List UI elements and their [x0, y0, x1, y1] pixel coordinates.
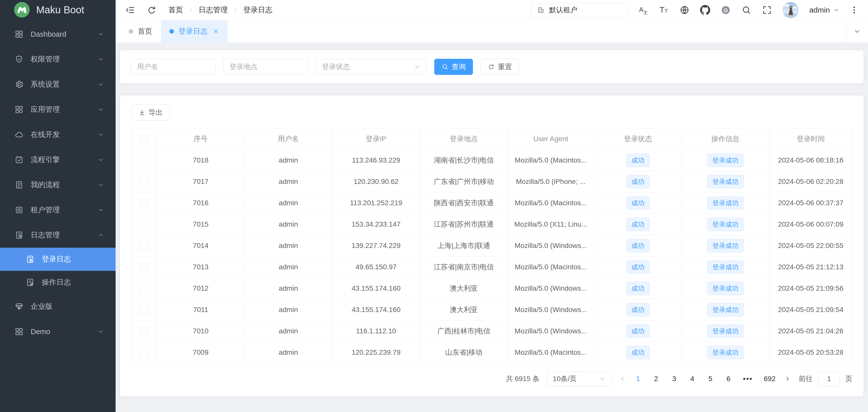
- more-pages-icon[interactable]: •••: [743, 375, 753, 383]
- pagination-total: 共 6915 条: [506, 374, 539, 384]
- download-icon: [138, 109, 146, 116]
- cell-user-agent: Mozilla/5.0 (Windows...: [507, 299, 594, 321]
- row-checkbox[interactable]: [140, 157, 148, 164]
- cell-status: 成功: [594, 171, 682, 192]
- reset-button[interactable]: 重置: [480, 59, 519, 75]
- github-icon[interactable]: [700, 5, 710, 15]
- search-icon[interactable]: [741, 5, 751, 15]
- svg-text:T: T: [660, 5, 664, 14]
- status-select[interactable]: 登录状态: [316, 59, 427, 75]
- row-checkbox[interactable]: [140, 327, 148, 335]
- globe-icon[interactable]: [680, 5, 689, 15]
- prev-page-button[interactable]: [619, 375, 626, 382]
- row-checkbox[interactable]: [140, 306, 148, 314]
- cell-select: [131, 214, 157, 235]
- page-button[interactable]: 6: [725, 375, 732, 383]
- chevron-up-icon: [97, 232, 104, 239]
- row-checkbox[interactable]: [140, 349, 148, 356]
- row-checkbox[interactable]: [140, 221, 148, 228]
- cell-id: 7012: [157, 278, 245, 299]
- refresh-icon[interactable]: [147, 5, 157, 15]
- sidebar-item-flow-engine[interactable]: 流程引擎: [0, 147, 116, 172]
- cell-status: 成功: [594, 342, 682, 363]
- table-row: 7013 admin 49.65.150.97 江苏省|南京市|电信 Mozil…: [131, 256, 852, 278]
- column-header: 序号: [157, 128, 245, 150]
- fullscreen-icon[interactable]: [762, 5, 772, 15]
- operation-badge: 登录成功: [707, 239, 744, 252]
- sidebar-item-login-log[interactable]: 登录日志: [0, 248, 116, 271]
- row-checkbox[interactable]: [140, 199, 148, 207]
- cell-time: 2024-05-06 02:20:28: [769, 171, 852, 192]
- page-button[interactable]: 5: [707, 375, 714, 383]
- sidebar-item-permission[interactable]: 权限管理: [0, 47, 116, 72]
- location-input[interactable]: [223, 59, 308, 75]
- cell-username: admin: [245, 299, 332, 321]
- cell-select: [131, 150, 157, 171]
- tenant-select[interactable]: 默认租户: [531, 3, 628, 17]
- kebab-menu-icon[interactable]: [850, 6, 859, 14]
- cell-operation: 登录成功: [682, 192, 769, 214]
- page-button[interactable]: 2: [653, 375, 660, 383]
- tab-login-log[interactable]: 登录日志: [161, 20, 228, 42]
- sidebar-item-demo[interactable]: Demo: [0, 319, 116, 344]
- row-checkbox[interactable]: [140, 263, 148, 271]
- sidebar-item-dashboard[interactable]: Dashboard: [0, 22, 116, 47]
- goto-page-input[interactable]: [818, 371, 840, 386]
- sidebar-submenu: 登录日志 操作日志: [0, 248, 116, 294]
- column-header: 登录IP: [332, 128, 421, 150]
- chevron-down-icon: [833, 7, 839, 13]
- cell-operation: 登录成功: [682, 256, 769, 278]
- page-size-select[interactable]: 10条/页: [547, 371, 612, 386]
- collapse-sidebar-icon[interactable]: [125, 5, 135, 15]
- avatar[interactable]: [782, 2, 799, 18]
- row-checkbox[interactable]: [140, 285, 148, 292]
- row-checkbox[interactable]: [140, 178, 148, 186]
- next-page-button[interactable]: [784, 375, 791, 382]
- page-button-last[interactable]: 692: [764, 375, 776, 383]
- cell-operation: 登录成功: [682, 299, 769, 321]
- page-button[interactable]: 1: [634, 375, 642, 383]
- sidebar-item-online-dev[interactable]: 在线开发: [0, 122, 116, 147]
- cell-username: admin: [245, 171, 332, 192]
- sidebar-item-tenant[interactable]: 租户管理: [0, 197, 116, 223]
- breadcrumb-item[interactable]: 日志管理: [198, 5, 228, 15]
- export-button[interactable]: 导出: [131, 104, 170, 121]
- sidebar-item-system[interactable]: 系统设置: [0, 72, 116, 97]
- translate-icon[interactable]: A文: [638, 5, 648, 15]
- sidebar-item-enterprise[interactable]: 企业版: [0, 294, 116, 319]
- breadcrumb-item[interactable]: 首页: [168, 5, 183, 15]
- cell-status: 成功: [594, 150, 682, 171]
- cell-location: 广西|桂林市|电信: [421, 321, 507, 342]
- page-button[interactable]: 3: [671, 375, 678, 383]
- gitee-icon[interactable]: G: [721, 5, 731, 15]
- chevron-down-icon: [854, 28, 861, 35]
- cell-id: 7010: [157, 321, 245, 342]
- svg-text:文: 文: [643, 10, 648, 15]
- cell-username: admin: [245, 150, 332, 171]
- query-button[interactable]: 查询: [434, 59, 473, 75]
- font-size-icon[interactable]: TT: [659, 5, 669, 15]
- close-icon[interactable]: [213, 28, 219, 35]
- sidebar-item-log[interactable]: 日志管理: [0, 223, 116, 248]
- cell-username: admin: [245, 235, 332, 256]
- sidebar-item-label: Dashboard: [31, 30, 66, 38]
- cell-operation: 登录成功: [682, 150, 769, 171]
- cell-select: [131, 321, 157, 342]
- tab-home[interactable]: 首页: [120, 20, 161, 42]
- page-button[interactable]: 4: [689, 375, 696, 383]
- user-menu[interactable]: admin: [809, 6, 839, 14]
- cell-status: 成功: [594, 192, 682, 214]
- select-all-checkbox[interactable]: [140, 135, 148, 143]
- table-header-row: 序号用户名登录IP登录地点User Agent登录状态操作信息登录时间: [131, 128, 852, 150]
- sidebar-item-apps[interactable]: 应用管理: [0, 97, 116, 122]
- username-input[interactable]: [131, 59, 216, 75]
- operation-badge: 登录成功: [707, 218, 744, 231]
- sidebar-item-my-flow[interactable]: 我的流程: [0, 172, 116, 197]
- table-row: 7012 admin 43.155.174.160 澳大利亚 Mozilla/5…: [131, 278, 852, 299]
- row-checkbox[interactable]: [140, 242, 148, 250]
- cell-status: 成功: [594, 321, 682, 342]
- tabs-dropdown-button[interactable]: [846, 20, 868, 42]
- cell-ip: 49.65.150.97: [332, 256, 421, 278]
- sidebar-item-op-log[interactable]: 操作日志: [0, 271, 116, 294]
- cell-operation: 登录成功: [682, 171, 769, 192]
